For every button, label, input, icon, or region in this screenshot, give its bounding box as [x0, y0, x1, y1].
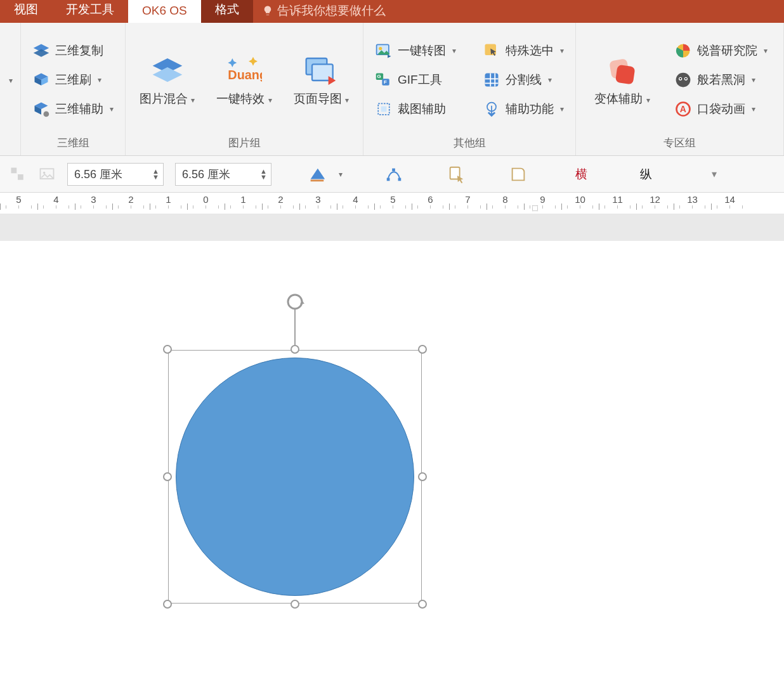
- ruler-tick: 4: [337, 193, 374, 214]
- svg-point-21: [679, 78, 681, 79]
- btn-pocket-anim[interactable]: A 口袋动画▾: [670, 98, 771, 120]
- svg-rect-11: [381, 107, 387, 112]
- btn-banre-blackhole[interactable]: 般若黑洞▾: [670, 68, 771, 91]
- ruler-tick: 5: [0, 193, 37, 214]
- svg-rect-26: [18, 174, 23, 180]
- resize-handle-tl[interactable]: [163, 345, 172, 354]
- tell-me-label: 告诉我你想要做什么: [277, 3, 386, 19]
- btn-pic-mix[interactable]: 图片混合 ▾: [133, 51, 201, 109]
- resize-handle-t[interactable]: [291, 345, 299, 354]
- tab-view[interactable]: 视图: [0, 0, 52, 23]
- svg-text:Duang: Duang: [228, 67, 262, 81]
- svg-text:纵: 纵: [640, 167, 652, 180]
- horizontal-ruler: 5432101234567891011121314: [0, 193, 784, 214]
- slide-canvas[interactable]: [0, 241, 784, 691]
- grid-icon: [483, 71, 500, 89]
- menu-tabbar: 视图 开发工具 OK6 OS 格式 告诉我你想要做什么: [0, 0, 784, 23]
- svg-rect-30: [387, 178, 390, 181]
- ruler-tick: 4: [37, 193, 75, 214]
- resize-handle-l[interactable]: [163, 472, 172, 481]
- ribbon-group-zone: 变体辅助 ▾ 锐普研究院▾ 般若黑洞▾ A 口袋动画▾ 专区组: [576, 23, 784, 155]
- spinner-arrows-icon[interactable]: ▲▼: [260, 169, 267, 180]
- editor-stage: [0, 214, 784, 691]
- btn-gif-tool[interactable]: GF GIF工具: [371, 68, 460, 91]
- svg-point-36: [288, 295, 302, 309]
- ruler-tick: 3: [75, 193, 112, 214]
- btn-3d-assist[interactable]: 三维辅助▾: [29, 98, 117, 120]
- btn-aux-func[interactable]: 辅助功能▾: [479, 98, 568, 120]
- svg-rect-32: [392, 168, 395, 171]
- svg-text:F: F: [384, 79, 387, 85]
- paste-shape-icon[interactable]: [447, 165, 466, 184]
- crop-icon: [375, 100, 393, 118]
- ribbon: ▾ 三维复制 三维刷▾ 三维辅助▾ 三维组: [0, 23, 784, 156]
- svg-rect-29: [311, 179, 324, 181]
- ruler-tick: 13: [674, 193, 711, 214]
- group-label-zone: 专区组: [663, 133, 696, 153]
- spinner-arrows-icon[interactable]: ▲▼: [152, 169, 159, 180]
- tab-format[interactable]: 格式: [201, 0, 253, 23]
- ruler-tick: 9: [524, 193, 561, 214]
- duang-sparkle-icon: Duang: [226, 54, 262, 89]
- stack-icon: [32, 42, 50, 60]
- rotate-handle-icon[interactable]: [285, 292, 305, 312]
- btn-special-select[interactable]: 特殊选中▾: [479, 39, 568, 62]
- shape-height-input[interactable]: 6.56 厘米 ▲▼: [67, 163, 164, 186]
- letter-a-circle-icon: A: [674, 100, 692, 118]
- ribbon-group-3d: 三维复制 三维刷▾ 三维辅助▾ 三维组: [21, 23, 126, 155]
- btn-morph-assist[interactable]: 变体辅助 ▾: [588, 51, 656, 109]
- tell-me-search[interactable]: 告诉我你想要做什么: [253, 0, 395, 23]
- cube-gear-icon: [32, 100, 50, 118]
- group-label-3d: 三维组: [57, 133, 89, 153]
- cursor-select-icon: [483, 42, 500, 60]
- rounded-corner-icon[interactable]: [509, 165, 528, 184]
- ruler-tick: 14: [711, 193, 748, 214]
- tab-ok6-os[interactable]: OK6 OS: [128, 0, 201, 23]
- svg-text:A: A: [679, 104, 686, 114]
- resize-handle-br[interactable]: [418, 600, 427, 609]
- btn-one-click-fx[interactable]: Duang 一键特效 ▾: [210, 51, 278, 109]
- ruler-tick: 5: [374, 193, 412, 214]
- ruler-tick: 3: [299, 193, 337, 214]
- svg-point-18: [676, 73, 690, 87]
- horizontal-text-icon[interactable]: 横: [573, 165, 592, 184]
- align-shapes-icon[interactable]: [9, 165, 27, 183]
- resize-handle-tr[interactable]: [418, 345, 427, 354]
- ruler-tick: 8: [487, 193, 524, 214]
- edit-points-icon[interactable]: [384, 165, 403, 184]
- fill-triangle-icon[interactable]: [307, 165, 326, 184]
- toolbar-overflow-icon[interactable]: ▾: [712, 168, 717, 180]
- btn-page-nav[interactable]: 页面导图 ▾: [287, 51, 355, 109]
- btn-crop-assist[interactable]: 裁图辅助: [371, 98, 460, 120]
- picture-placeholder-icon[interactable]: [38, 165, 56, 183]
- ribbon-expand-icon[interactable]: ▾: [9, 76, 13, 85]
- svg-point-28: [43, 171, 46, 174]
- btn-to-image[interactable]: 一键转图▾: [371, 39, 460, 62]
- ruler-tick: 12: [636, 193, 674, 214]
- btn-ruipu-institute[interactable]: 锐普研究院▾: [670, 39, 771, 62]
- ruler-tick: 10: [561, 193, 599, 214]
- group-label-other: 其他组: [454, 133, 486, 153]
- ribbon-group-other: 一键转图▾ GF GIF工具 裁图辅助 特殊选中▾ 分割线▾: [363, 23, 576, 155]
- selection-frame[interactable]: [168, 350, 422, 604]
- vertical-text-icon[interactable]: 纵: [638, 165, 657, 184]
- lightbulb-icon: [262, 5, 273, 16]
- ruler-tick: 2: [112, 193, 150, 214]
- layers-icon: [150, 54, 185, 89]
- svg-point-5: [379, 47, 382, 50]
- resize-handle-bl[interactable]: [163, 600, 172, 609]
- svg-text:G: G: [377, 74, 381, 79]
- cube-brush-icon: [32, 71, 50, 89]
- rotation-connector: [294, 309, 296, 345]
- svg-point-22: [685, 78, 686, 79]
- shape-width-input[interactable]: 6.56 厘米 ▲▼: [175, 163, 271, 186]
- resize-handle-b[interactable]: [291, 600, 299, 609]
- resize-handle-r[interactable]: [418, 472, 427, 481]
- svg-rect-16: [615, 64, 636, 84]
- btn-3d-copy[interactable]: 三维复制: [29, 39, 117, 62]
- ruler-tick: 0: [187, 193, 225, 214]
- tab-dev-tools[interactable]: 开发工具: [52, 0, 128, 23]
- btn-divider[interactable]: 分割线▾: [479, 68, 568, 91]
- btn-3d-brush[interactable]: 三维刷▾: [29, 68, 117, 91]
- svg-rect-13: [485, 74, 499, 87]
